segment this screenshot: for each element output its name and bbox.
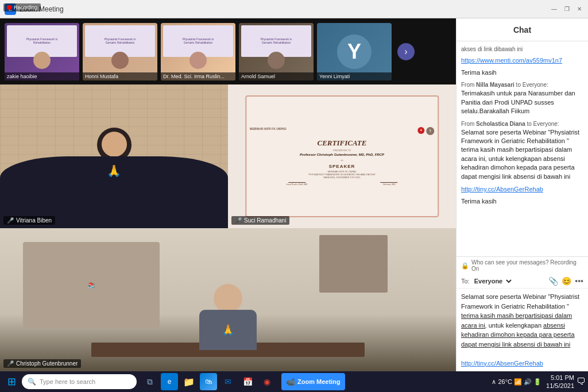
file-icon[interactable]: 📎 (548, 276, 558, 286)
notification-icon[interactable]: 🗨 (577, 376, 586, 387)
menti-link[interactable]: https://www.menti.com/av559mv1n7 (461, 57, 562, 64)
cert-presented: PRESENTED TO (250, 149, 434, 152)
participant-label-5: Yenni Limyati (317, 72, 392, 80)
start-button[interactable]: ⊞ (2, 372, 21, 391)
taskbar: ⊞ 🔍 Type here to search ⧉ e 📁 🛍 ✉ 📅 ◉ 📹 … (0, 371, 588, 392)
participant-video-4: Physiatrist Framework inGeriatric Rehabi… (239, 23, 314, 80)
participant-label-3: Dr. Med. Sci. Irma Ruslin... (161, 72, 235, 80)
thanks-text-1: Terima kasih (461, 68, 583, 77)
participant-thumb-4[interactable]: Physiatrist Framework inGeriatric Rehabi… (239, 23, 314, 80)
video-label-christoph: 🎤 Christoph Gutenbrunner (3, 359, 81, 368)
participant-video-3: Physiatrist Framework inGeriatric Rehabi… (161, 23, 235, 80)
participant-thumb-2[interactable]: Physiatrist Framework inGeriatric Rehabi… (83, 23, 157, 80)
chat-to-row: To: Everyone Host Only 📎 😊 ••• (457, 274, 588, 289)
tray-icons: ∧ 26°C 📶 🔊 🔋 (492, 378, 541, 386)
thanks-text-2: Terima kasih (461, 197, 583, 206)
certificate-display: WEBINAR IKFR FK UNPAD + ⚕ CERTIFICATE (245, 95, 439, 217)
chat-message-scholastica: From Scholastica Diana to Everyone: Sela… (461, 121, 583, 181)
taskbar-app-icons: ⧉ e 📁 🛍 ✉ 📅 ◉ (141, 373, 276, 390)
mic-icon-vitriana: 🎤 (7, 217, 14, 224)
video-label-suci: 🎤 Suci Ramadhani (231, 216, 289, 225)
chat-message-absen-link: http://tiny.cc/AbsenGerRehab (461, 186, 583, 193)
main-content: Recording Physiatrist Framework inRehabi… (0, 18, 588, 371)
input-link[interactable]: http://tiny.cc/AbsenGerRehab (461, 360, 543, 367)
who-can-see-row: 🔒 Who can see your messages? Recording O… (457, 257, 588, 274)
clock[interactable]: 5:01 PM 11/5/2021 (546, 374, 574, 390)
nilla-from: From Nilla Mayasari to Everyone: (461, 82, 583, 88)
minimize-button[interactable]: — (550, 5, 558, 13)
chat-message-nilla: From Nilla Mayasari to Everyone: Terimak… (461, 82, 583, 116)
search-icon: 🔍 (28, 378, 36, 386)
calendar-icon[interactable]: 📅 (239, 373, 256, 390)
chat-footer: 🔒 Who can see your messages? Recording O… (457, 256, 588, 371)
chat-message-prev: akses di link dibawah ini (461, 46, 583, 52)
video-cell-certificate: WEBINAR IKFR FK UNPAD + ⚕ CERTIFICATE (228, 84, 456, 228)
who-can-see-text: Who can see your messages? Recording On (471, 259, 583, 272)
explorer-icon[interactable]: 📁 (180, 373, 198, 390)
date-display: 11/5/2021 (546, 382, 574, 390)
chat-header: Chat (457, 18, 588, 41)
chevron-right-icon: › (404, 47, 407, 57)
video-cell-christoph: 📚 🙏 (0, 228, 456, 372)
chat-input-text: Selamat sore peserta Webinar "Physiatris… (461, 292, 583, 368)
participant-thumb-3[interactable]: Physiatrist Framework inGeriatric Rehabi… (161, 23, 235, 80)
temp-display: 26°C (498, 378, 512, 385)
participant-video-5: Y (317, 23, 392, 80)
cert-role: SPEAKER (250, 164, 434, 169)
volume-icon[interactable]: 🔊 (524, 378, 532, 386)
scholastica-text: Selamat sore peserta Webinar "Physiatris… (461, 128, 583, 181)
battery-icon: 🔋 (533, 378, 541, 386)
more-icon[interactable]: ••• (575, 276, 583, 286)
chat-input-area[interactable]: Selamat sore peserta Webinar "Physiatris… (457, 289, 588, 371)
chat-message-thanks2: Terima kasih (461, 197, 583, 206)
video-area: Recording Physiatrist Framework inRehabi… (0, 18, 456, 371)
chat-title: Chat (513, 25, 531, 34)
chat-message-link1: https://www.menti.com/av559mv1n7 (461, 57, 583, 64)
windows-icon: ⊞ (7, 375, 16, 388)
up-arrow-icon[interactable]: ∧ (492, 378, 496, 386)
chat-to-icons: 📎 😊 ••• (548, 276, 583, 286)
taskbar-search[interactable]: 🔍 Type here to search (22, 374, 137, 389)
brick-wall-bg: 🙏 (0, 84, 228, 228)
taskview-button[interactable]: ⧉ (141, 373, 158, 390)
scholastica-from: From Scholastica Diana to Everyone: (461, 121, 583, 127)
video-name-suci: Suci Ramadhani (244, 217, 286, 224)
participant-label-2: Honni Mustafa (83, 72, 157, 80)
nilla-name: Nilla Mayasari (476, 82, 514, 88)
participant-label-1: zakie haoibie (5, 72, 79, 80)
next-participants-button[interactable]: › (397, 43, 415, 60)
participant-thumb-1[interactable]: Physiatrist Framework inRehabilitation z… (5, 23, 79, 80)
cert-name: Professor Christoph Gutenbrunner, MD, Ph… (250, 153, 434, 156)
chrome-icon[interactable]: ◉ (258, 373, 276, 390)
scholastica-name: Scholastica Diana (476, 121, 525, 127)
cert-title-text: CERTIFICATE (250, 139, 434, 148)
edge-icon[interactable]: e (161, 373, 178, 390)
network-icon: 📶 (514, 378, 522, 386)
cert-header: WEBINAR IKFR FK UNPAD (250, 127, 287, 130)
zoom-taskbar-item[interactable]: 📹 Zoom Meeting (281, 373, 345, 390)
absen-link[interactable]: http://tiny.cc/AbsenGerRehab (461, 186, 543, 193)
video-cell-vitriana: 🙏 🎤 Vitriana Biben (0, 84, 228, 228)
chat-messages[interactable]: akses di link dibawah ini https://www.me… (457, 41, 588, 256)
emoji-icon[interactable]: 😊 (562, 276, 571, 286)
participant-thumb-5[interactable]: Y Yenni Limyati (317, 23, 392, 80)
chat-to-label: To: (461, 278, 470, 285)
participant-initial-5: Y (337, 34, 372, 69)
close-button[interactable]: ✕ (575, 5, 583, 13)
title-bar: Z Zoom Meeting — ❐ ✕ (0, 0, 588, 18)
participant-video-2: Physiatrist Framework inGeriatric Rehabi… (83, 23, 157, 80)
system-tray: ∧ 26°C 📶 🔊 🔋 5:01 PM 11/5/2021 🗨 (492, 374, 586, 390)
lock-icon: 🔒 (461, 262, 469, 270)
title-bar-controls[interactable]: — ❐ ✕ (550, 5, 583, 13)
mail-icon[interactable]: ✉ (219, 373, 237, 390)
chat-to-select[interactable]: Everyone Host Only (472, 277, 513, 285)
time-display: 5:01 PM (546, 374, 574, 382)
participant-video-1: Physiatrist Framework inRehabilitation (5, 23, 79, 80)
zoom-taskbar-icon: 📹 (286, 378, 295, 386)
store-icon[interactable]: 🛍 (200, 373, 217, 390)
mic-icon-suci: 🎤 (235, 217, 242, 224)
zoom-taskbar-label: Zoom Meeting (297, 378, 341, 385)
maximize-button[interactable]: ❐ (563, 5, 571, 13)
video-name-christoph: Christoph Gutenbrunner (16, 360, 78, 367)
nilla-text: Terimakasih untuk para Narasumber dan Pa… (461, 89, 583, 116)
